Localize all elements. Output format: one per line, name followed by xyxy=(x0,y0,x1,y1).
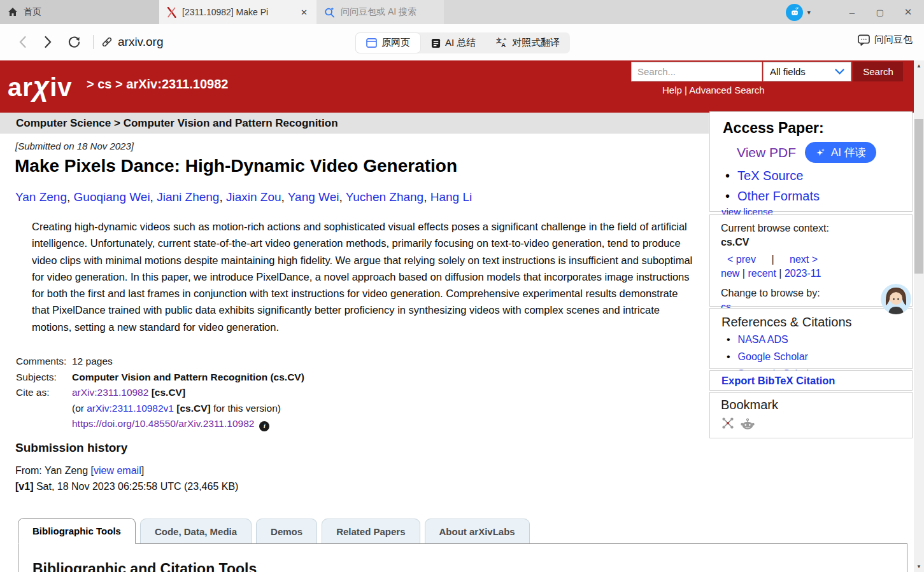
search-field-value: All fields xyxy=(770,66,806,77)
cite-arxiv-link[interactable]: arXiv:2311.10982 xyxy=(72,387,148,398)
breadcrumb-paper-id: arXiv:2311.10982 xyxy=(126,77,228,91)
ai-companion-read-button[interactable]: AI 伴读 xyxy=(805,142,876,163)
other-formats-link[interactable]: Other Formats xyxy=(737,189,820,203)
new-link[interactable]: new xyxy=(721,268,739,279)
list-item: Google Scholar xyxy=(727,348,912,365)
arxiv-logo[interactable]: arχiv xyxy=(8,71,73,102)
tab-paper[interactable]: [2311.10982] Make Pi ✕ xyxy=(159,0,316,24)
tab-about-arxivlabs[interactable]: About arXivLabs xyxy=(425,519,530,544)
forward-button[interactable] xyxy=(39,34,56,50)
tab-paper-title: [2311.10982] Make Pi xyxy=(182,7,294,17)
paper-title: Make Pixels Dance: High-Dynamic Video Ge… xyxy=(15,156,457,176)
scrollbar-thumb[interactable] xyxy=(914,119,923,274)
breadcrumb: > cs > arXiv:2311.10982 xyxy=(87,77,228,92)
submission-date: [Submitted on 18 Nov 2023] xyxy=(15,141,134,151)
subjects-value: Computer Vision and Pattern Recognition … xyxy=(72,370,304,386)
tab-bibliographic-tools[interactable]: Bibliographic Tools xyxy=(18,518,136,544)
export-bibtex-link[interactable]: Export BibTeX Citation xyxy=(721,375,835,387)
comments-label: Comments: xyxy=(16,354,72,370)
month-link[interactable]: 2023-11 xyxy=(785,268,821,279)
minimize-button[interactable]: – xyxy=(846,7,858,18)
version-link[interactable]: arXiv:2311.10982v1 xyxy=(87,403,174,414)
ai-assistant-avatar[interactable] xyxy=(881,284,911,314)
browser-tab-bar: 首页 [2311.10982] Make Pi ✕ 问问豆包或 AI 搜索 ▾ xyxy=(0,0,924,24)
reddit-icon[interactable] xyxy=(740,416,755,430)
tab-home-title: 首页 xyxy=(24,6,152,18)
tab-code-data-media[interactable]: Code, Data, Media xyxy=(140,519,252,544)
ai-search-icon xyxy=(324,7,335,18)
close-window-button[interactable]: ✕ xyxy=(902,6,914,18)
mode-original-label: 原网页 xyxy=(381,37,410,49)
author-link[interactable]: Guoqiang Wei xyxy=(74,190,150,204)
author-link[interactable]: Yang Wei xyxy=(288,190,339,204)
maximize-button[interactable]: ▢ xyxy=(874,8,886,17)
tab-demos[interactable]: Demos xyxy=(256,519,317,544)
arxiv-favicon xyxy=(167,7,176,18)
bibsonomy-icon[interactable] xyxy=(721,416,735,430)
advanced-search-link[interactable]: Advanced Search xyxy=(689,85,764,95)
ask-doubao-button[interactable]: 问问豆包 xyxy=(858,34,913,46)
bookmark-box: Bookmark xyxy=(709,392,913,438)
ask-doubao-label: 问问豆包 xyxy=(874,34,913,46)
labs-panel-heading: Bibliographic and Citation Tools xyxy=(32,561,257,572)
breadcrumb-cs-link[interactable]: cs xyxy=(97,77,111,91)
submission-history: Submission history From: Yan Zeng [view … xyxy=(15,441,238,494)
tab-close-icon[interactable]: ✕ xyxy=(299,8,309,17)
toolbar-divider xyxy=(93,35,94,49)
svg-text:A: A xyxy=(501,41,506,48)
browser-toolbar: arxiv.org 原网页 AI 总结 文A 对照式翻译 问问豆包 xyxy=(0,24,924,60)
tab-related-papers[interactable]: Related Papers xyxy=(322,519,420,544)
meta-doi-row: https://doi.org/10.48550/arXiv.2311.1098… xyxy=(16,416,304,432)
author-list: Yan Zeng, Guoqiang Wei, Jiani Zheng, Jia… xyxy=(15,190,472,204)
list-item: Other Formats xyxy=(725,186,912,206)
scroll-up-arrow[interactable]: ▲ xyxy=(914,61,924,71)
recent-link[interactable]: recent xyxy=(748,268,776,279)
arxiv-logo-chi: χ xyxy=(33,71,50,102)
link-icon[interactable] xyxy=(99,34,115,50)
mode-ai-summary-button[interactable]: AI 总结 xyxy=(421,32,486,53)
meta-cite-row: Cite as: arXiv:2311.10982 [cs.CV] xyxy=(16,385,304,401)
refresh-button[interactable] xyxy=(66,34,82,50)
abstract-text: Creating high-dynamic videos such as mot… xyxy=(32,218,695,335)
info-icon[interactable]: i xyxy=(259,421,269,431)
help-links: Help | Advanced Search xyxy=(662,85,765,95)
page-scrollbar[interactable]: ▲ ▼ xyxy=(914,60,924,572)
tex-source-link[interactable]: TeX Source xyxy=(737,169,803,183)
subject-archive: Computer Science xyxy=(16,117,111,130)
view-email-link[interactable]: view email xyxy=(94,465,141,476)
author-link[interactable]: Yuchen Zhang xyxy=(346,190,424,204)
url-display[interactable]: arxiv.org xyxy=(118,35,163,49)
author-link[interactable]: Hang Li xyxy=(430,190,473,204)
next-link[interactable]: next > xyxy=(790,254,818,265)
nasa-ads-link[interactable]: NASA ADS xyxy=(738,334,788,345)
scroll-down-arrow[interactable]: ▼ xyxy=(914,562,924,571)
google-scholar-link[interactable]: Google Scholar xyxy=(738,351,808,362)
ai-companion-read-label: AI 伴读 xyxy=(831,145,866,160)
page-mode-switch: 原网页 AI 总结 文A 对照式翻译 xyxy=(355,32,570,53)
author-link[interactable]: Jiaxin Zou xyxy=(226,190,281,204)
search-button[interactable]: Search xyxy=(853,62,903,81)
v1-tag: [v1] xyxy=(15,481,33,492)
author-link[interactable]: Jiani Zheng xyxy=(157,190,219,204)
doi-link[interactable]: https://doi.org/10.48550/arXiv.2311.1098… xyxy=(72,418,254,429)
prev-link[interactable]: < prev xyxy=(727,254,756,265)
tab-home[interactable]: 首页 xyxy=(0,0,159,24)
browse-context-value: cs.CV xyxy=(721,235,912,249)
mode-original-button[interactable]: 原网页 xyxy=(355,32,421,53)
tab-ai-search[interactable]: 问问豆包或 AI 搜索 xyxy=(316,0,444,24)
chevron-down-icon xyxy=(835,69,844,74)
view-pdf-link[interactable]: View PDF xyxy=(737,145,796,160)
search-input[interactable] xyxy=(631,62,762,81)
back-button[interactable] xyxy=(14,34,31,50)
webpage-icon xyxy=(366,38,377,48)
submission-history-heading: Submission history xyxy=(15,441,238,455)
search-field-select[interactable]: All fields xyxy=(763,62,851,81)
doubao-logo-icon xyxy=(786,4,803,21)
help-link[interactable]: Help xyxy=(662,85,682,95)
mode-translate-label: 对照式翻译 xyxy=(512,37,560,49)
doubao-account[interactable]: ▾ xyxy=(786,4,811,21)
references-citations-heading: References & Citations xyxy=(721,315,912,330)
mode-translate-button[interactable]: 文A 对照式翻译 xyxy=(486,32,570,53)
author-link[interactable]: Yan Zeng xyxy=(15,190,67,204)
bookmark-heading: Bookmark xyxy=(721,398,912,412)
